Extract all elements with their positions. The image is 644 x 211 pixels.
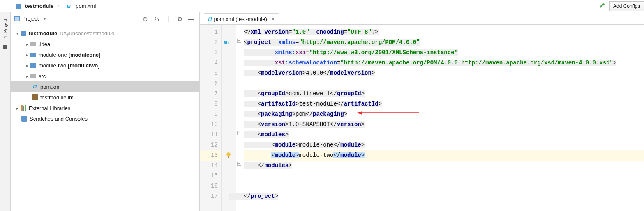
line-number: 1 xyxy=(200,27,218,37)
chevron-right-icon[interactable]: ▸ xyxy=(25,74,30,78)
project-pane-title[interactable]: Project xyxy=(22,16,39,22)
t: < xyxy=(244,131,261,138)
t: > xyxy=(285,121,289,128)
t: < xyxy=(244,101,261,107)
t: </ xyxy=(330,121,337,128)
t: > xyxy=(361,121,365,128)
t: module-two xyxy=(299,152,333,158)
structure-tool-icon[interactable] xyxy=(3,45,7,49)
folder-icon xyxy=(21,31,26,36)
breadcrumb-root[interactable]: testmodule xyxy=(25,3,53,9)
t xyxy=(244,152,271,158)
bulb-icon[interactable] xyxy=(225,151,232,159)
tree-item-idea[interactable]: ▸ .idea xyxy=(11,39,199,49)
t: > xyxy=(361,142,365,148)
line-number: 16 xyxy=(200,181,218,191)
t: module xyxy=(340,152,361,158)
line-number: 4 xyxy=(200,58,218,68)
fold-toggle[interactable]: − xyxy=(237,131,241,135)
t: > xyxy=(302,70,306,76)
fold-toggle[interactable]: − xyxy=(237,162,241,166)
line-number: 15 xyxy=(200,171,218,181)
t: module xyxy=(340,142,361,148)
chevron-right-icon[interactable]: ▸ xyxy=(25,53,30,57)
tree-item-module-two[interactable]: ▸ module-two [moduletwo] xyxy=(11,60,199,71)
line-number: 7 xyxy=(200,89,218,99)
folder-icon xyxy=(30,74,36,78)
tree-label: Scratches and Consoles xyxy=(30,116,88,122)
library-icon xyxy=(21,105,26,111)
code-editor[interactable]: 1 2 3 4 5 6 7 8 9 10 11 12 13 14 15 16 1… xyxy=(200,25,644,211)
t: module xyxy=(275,152,295,158)
folder-icon xyxy=(30,63,36,68)
t xyxy=(244,49,275,56)
editor-area: m pom.xml (test-module) × 1 2 3 4 5 6 7 … xyxy=(200,12,644,211)
t: version xyxy=(337,121,361,128)
tree-label: module-one xyxy=(39,52,67,58)
close-icon[interactable]: × xyxy=(272,16,275,22)
project-tree[interactable]: ▾ testmodule D:\yuncode\testmodule ▸ .id… xyxy=(11,25,199,211)
t: project xyxy=(251,193,275,200)
left-rail: 1: Project xyxy=(0,12,11,211)
chevron-right-icon[interactable]: ▸ xyxy=(15,106,20,110)
editor-tab[interactable]: m pom.xml (test-module) × xyxy=(204,13,279,24)
maven-icon: m xyxy=(33,83,37,90)
t: 1.0-SNAPSHOT xyxy=(289,121,330,128)
breadcrumb-file[interactable]: pom.xml xyxy=(76,3,96,9)
svg-point-1 xyxy=(226,152,231,156)
line-number: 3 xyxy=(200,48,218,58)
line-number: 11 xyxy=(200,130,218,140)
t: > xyxy=(361,152,365,158)
gutter-icons: m↓ xyxy=(222,25,236,211)
t: module xyxy=(275,142,295,148)
t: com.linewell xyxy=(289,90,330,97)
tree-item-iml[interactable]: testmodule.iml xyxy=(11,92,199,103)
project-tool-tab[interactable]: 1: Project xyxy=(2,16,9,40)
expand-icon[interactable]: ⇆ xyxy=(153,16,160,22)
project-pane: Project ▼ ⊕ ⇆ | ⚙ — ▾ testmodule D:\yunc… xyxy=(11,12,200,211)
t: xsi xyxy=(275,60,285,66)
tree-item-pom[interactable]: m pom.xml xyxy=(11,81,199,92)
tree-item-scratches[interactable]: Scratches and Consoles xyxy=(11,113,199,124)
folder-icon xyxy=(30,42,36,46)
t: artifactId xyxy=(261,101,295,107)
minimize-icon[interactable]: — xyxy=(188,16,194,22)
line-number: 13 xyxy=(200,150,221,161)
t: module-one xyxy=(299,142,333,148)
folder-icon xyxy=(30,53,36,57)
code-content[interactable]: <?xml version="1.0" encoding="UTF-8"?> <… xyxy=(242,25,644,211)
chevron-right-icon[interactable]: ▸ xyxy=(25,42,30,46)
breadcrumb[interactable]: testmodule 〉 m pom.xml xyxy=(16,2,96,10)
build-icon[interactable] xyxy=(597,1,607,11)
t: modelVersion xyxy=(261,70,302,76)
t: < xyxy=(244,142,275,148)
tree-item-src[interactable]: ▸ src xyxy=(11,71,199,81)
t: = xyxy=(289,29,292,35)
t: > xyxy=(285,90,289,97)
add-configuration-button[interactable]: Add Configu xyxy=(609,1,644,11)
tree-label: testmodule.iml xyxy=(40,94,75,101)
tree-module-tag: [moduleone] xyxy=(69,52,101,58)
t: > xyxy=(292,111,295,117)
tree-item-ext-libs[interactable]: ▸ External Libraries xyxy=(11,103,199,113)
chevron-right-icon[interactable]: ▸ xyxy=(25,63,30,68)
chevron-down-icon[interactable]: ▾ xyxy=(15,31,20,36)
line-number: 9 xyxy=(200,109,218,119)
target-icon[interactable]: ⊕ xyxy=(142,16,148,22)
tree-label: module-two xyxy=(39,62,66,69)
editor-tabs: m pom.xml (test-module) × xyxy=(200,12,644,25)
line-number: 14 xyxy=(200,161,218,171)
t: </ xyxy=(337,101,344,107)
tree-item-module-one[interactable]: ▸ module-one [moduleone] xyxy=(11,49,199,60)
t: ?> xyxy=(372,29,379,35)
chevron-down-icon[interactable]: ▼ xyxy=(43,17,46,21)
gear-icon[interactable]: ⚙ xyxy=(176,16,183,22)
line-number: 10 xyxy=(200,119,218,130)
t: :schemaLocation xyxy=(285,60,337,66)
tree-root[interactable]: ▾ testmodule D:\yuncode\testmodule xyxy=(11,28,199,39)
svg-rect-2 xyxy=(228,156,229,158)
t: "1.0" xyxy=(292,29,309,35)
editor-tab-label: pom.xml (test-module) xyxy=(214,16,267,22)
t: </ xyxy=(323,70,330,76)
line-number: 12 xyxy=(200,140,218,150)
